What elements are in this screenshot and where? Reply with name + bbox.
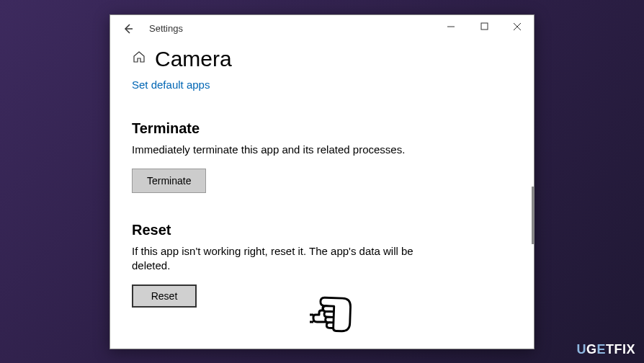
watermark: UGETFIX xyxy=(576,342,635,357)
maximize-icon xyxy=(480,22,488,30)
terminate-button[interactable]: Terminate xyxy=(132,169,206,193)
reset-section: Reset If this app isn't working right, r… xyxy=(132,222,512,308)
reset-description: If this app isn't working right, reset i… xyxy=(132,244,449,274)
titlebar: Settings xyxy=(110,15,534,42)
minimize-button[interactable] xyxy=(434,15,468,38)
window-controls xyxy=(434,15,534,38)
arrow-left-icon xyxy=(122,23,134,35)
close-button[interactable] xyxy=(501,15,534,38)
svg-rect-1 xyxy=(481,23,488,30)
content-area: Camera Set default apps Terminate Immedi… xyxy=(110,42,534,349)
home-icon xyxy=(132,50,146,68)
page-title: Camera xyxy=(155,47,232,71)
close-icon xyxy=(513,22,522,31)
terminate-title: Terminate xyxy=(132,120,512,137)
terminate-description: Immediately terminate this app and its r… xyxy=(132,143,449,157)
window-title: Settings xyxy=(149,23,183,34)
maximize-button[interactable] xyxy=(468,15,501,38)
reset-title: Reset xyxy=(132,222,512,238)
page-header: Camera xyxy=(132,47,512,71)
scrollbar-thumb[interactable] xyxy=(532,187,534,244)
set-default-apps-link[interactable]: Set default apps xyxy=(132,79,210,91)
settings-window: Settings xyxy=(109,14,535,349)
back-button[interactable] xyxy=(117,18,139,40)
minimize-icon xyxy=(447,22,455,31)
terminate-section: Terminate Immediately terminate this app… xyxy=(132,120,512,193)
reset-button[interactable]: Reset xyxy=(132,284,197,308)
